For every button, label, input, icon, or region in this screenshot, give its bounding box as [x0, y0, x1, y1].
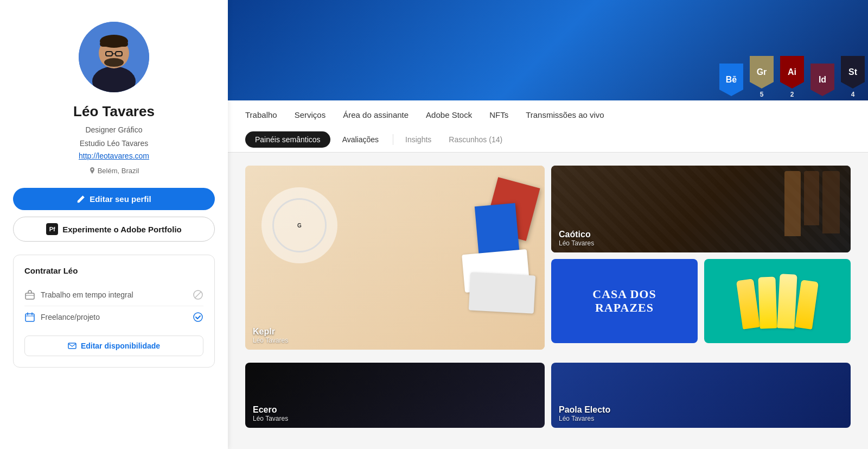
- svg-rect-18: [68, 343, 76, 349]
- nav-nfts[interactable]: NFTs: [489, 110, 508, 127]
- header-badges: Bē Gr 5 Ai 2 Id St 4: [716, 56, 868, 102]
- badge-id-ribbon: Id: [810, 64, 834, 96]
- badge-ai-ribbon: Ai: [780, 56, 804, 88]
- badge-gr-ribbon: Gr: [750, 56, 774, 88]
- profile-website[interactable]: http://leotavares.com: [79, 151, 149, 160]
- nav-bar: Trabalho Serviços Área do assinante Adob…: [228, 100, 868, 153]
- hire-freelance-item: Freelance/projeto: [24, 306, 203, 328]
- nav-stock[interactable]: Adobe Stock: [426, 110, 472, 127]
- no-circle-icon: [193, 289, 203, 300]
- edit-profile-button[interactable]: Editar seu perfil: [13, 188, 215, 210]
- paola-title: Paola Electo: [559, 405, 610, 415]
- nav-main: Trabalho Serviços Área do assinante Adob…: [245, 100, 851, 127]
- project-paola[interactable]: Paola Electo Léo Tavares: [551, 363, 851, 428]
- casa-visual: CASA DOSRAPAZES: [551, 259, 698, 343]
- svg-rect-9: [25, 293, 34, 299]
- svg-line-12: [195, 292, 201, 298]
- badge-grasshopper: Gr 5: [746, 56, 777, 102]
- profile-location: Belém, Brazil: [89, 167, 139, 175]
- tab-insights[interactable]: Insights: [398, 131, 439, 148]
- paola-author: Léo Tavares: [559, 415, 610, 422]
- project-casa[interactable]: CASA DOSRAPAZES: [551, 259, 698, 343]
- project-caotico[interactable]: Caótico Léo Tavares: [551, 166, 851, 252]
- svg-rect-13: [25, 314, 34, 321]
- tab-avaliacoes[interactable]: Avaliações: [333, 131, 388, 148]
- header-banner: Bē Gr 5 Ai 2 Id St 4: [228, 0, 868, 100]
- keplr-title: Keplr: [253, 327, 288, 337]
- nav-sub-separator: [393, 134, 393, 145]
- svg-rect-4: [100, 41, 128, 47]
- badge-id: Id: [807, 56, 838, 102]
- projects-grid: G Keplr Léo Tavares: [228, 153, 868, 363]
- badge-st: St 4: [838, 56, 868, 102]
- briefcase-icon: [24, 289, 35, 300]
- edit-availability-button[interactable]: Editar disponibilidade: [24, 336, 203, 356]
- portfolio-button[interactable]: Pf Experimente o Adobe Portfolio: [13, 217, 215, 242]
- svg-point-17: [194, 313, 202, 321]
- tab-paineis[interactable]: Painéis semânticos: [245, 131, 330, 148]
- badge-behance: Bē: [716, 56, 746, 102]
- nav-trabalho[interactable]: Trabalho: [245, 110, 277, 127]
- hand-visual: [704, 259, 851, 343]
- paola-info: Paola Electo Léo Tavares: [551, 400, 618, 428]
- sidebar: Léo Tavares Designer Gráfico Estudio Léo…: [0, 0, 228, 449]
- svg-point-5: [104, 58, 124, 67]
- project-keplr[interactable]: G Keplr Léo Tavares: [245, 166, 545, 350]
- check-circle-icon: [193, 312, 203, 322]
- ecero-info: Ecero Léo Tavares: [245, 400, 296, 428]
- hire-card: Contratar Léo Trabalho em tempo integral: [13, 255, 215, 368]
- pencil-icon: [76, 195, 85, 204]
- project-ecero[interactable]: Ecero Léo Tavares: [245, 363, 545, 428]
- tab-rascunhos[interactable]: Rascunhos (14): [441, 131, 510, 148]
- hire-title: Contratar Léo: [24, 266, 203, 275]
- hire-fulltime-item: Trabalho em tempo integral: [24, 284, 203, 306]
- content-area: Trabalho Serviços Área do assinante Adob…: [228, 100, 868, 449]
- project-hand[interactable]: [704, 259, 851, 343]
- caotico-info: Caótico Léo Tavares: [551, 224, 602, 252]
- nav-assinante[interactable]: Área do assinante: [343, 110, 409, 127]
- keplr-sticker-circle: G: [261, 187, 337, 263]
- profile-name: Léo Tavares: [73, 103, 155, 120]
- badge-st-ribbon: St: [841, 56, 865, 88]
- pf-icon: Pf: [46, 223, 58, 235]
- keplr-author: Léo Tavares: [253, 337, 288, 344]
- envelope-icon: [68, 342, 76, 350]
- ecero-title: Ecero: [253, 405, 288, 415]
- profile-title-line1: Designer Gráfico: [85, 124, 142, 136]
- avatar: [79, 22, 149, 92]
- nav-transmissoes[interactable]: Transmissões ao vivo: [526, 110, 604, 127]
- caotico-author: Léo Tavares: [559, 239, 594, 247]
- bottom-cards: Ecero Léo Tavares Paola Electo Léo Tavar…: [228, 363, 868, 441]
- badge-be-ribbon: Bē: [719, 64, 743, 96]
- profile-title-line2: Estudio Léo Tavares: [80, 138, 149, 149]
- keplr-info: Keplr Léo Tavares: [245, 321, 296, 350]
- main-content: Bē Gr 5 Ai 2 Id St 4 Trabalho Ser: [228, 0, 868, 449]
- nav-servicos[interactable]: Serviços: [295, 110, 326, 127]
- badge-ai: Ai 2: [777, 56, 807, 102]
- calendar-icon: [24, 312, 35, 322]
- caotico-title: Caótico: [559, 230, 594, 239]
- location-icon: [89, 167, 95, 175]
- ecero-author: Léo Tavares: [253, 415, 288, 422]
- nav-sub: Painéis semânticos Avaliações Insights R…: [245, 127, 851, 152]
